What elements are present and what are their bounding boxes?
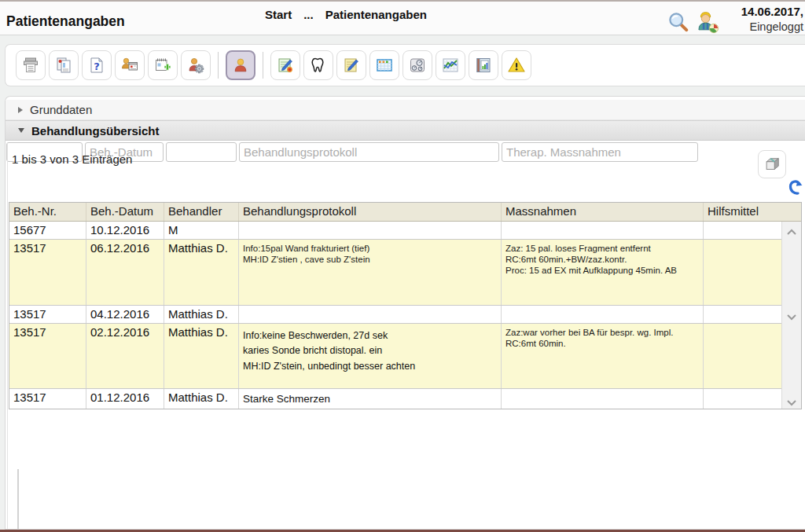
breadcrumb-ellipsis[interactable]: ... (303, 8, 314, 21)
cell-beh-nr: 13517 (9, 306, 86, 323)
cell-beh-nr: 15677 (9, 222, 86, 239)
cell-beh-nr: 13517 (9, 240, 86, 305)
content-panel: Grunddaten Behandlungsübersicht 1 bis 3 … (5, 96, 805, 530)
warnings-button[interactable] (502, 50, 531, 80)
table-header-row: Beh.-Nr. Beh.-Datum Behandler Behandlung… (9, 203, 801, 222)
protocol-edit-icon (276, 55, 295, 75)
tooth-icon (309, 55, 328, 75)
protocol-edit-button[interactable] (270, 50, 300, 80)
column-header-beh-nr[interactable]: Beh.-Nr. (9, 203, 86, 221)
tooth-status-button[interactable] (303, 50, 333, 80)
scroll-down-icon[interactable] (786, 310, 797, 318)
report-icon (474, 55, 493, 75)
cell-protokoll: Starke Schmerzen (239, 389, 502, 409)
table-row[interactable]: 13517 01.12.2016 Matthias D. Starke Schm… (9, 389, 781, 409)
cell-behandler: Matthias D. (164, 240, 239, 305)
cell-behandler: Matthias D. (164, 389, 239, 409)
table-row[interactable]: 15677 10.12.2016 M (9, 222, 781, 240)
cell-behandler: Matthias D. (164, 306, 239, 323)
filter-behandler-input[interactable] (166, 142, 237, 162)
breadcrumb-start[interactable]: Start (265, 8, 292, 21)
current-date: 14.06.2017, (670, 5, 803, 20)
section-left-border (17, 469, 19, 529)
svg-text:?: ? (94, 61, 100, 72)
column-header-protokoll[interactable]: Behandlungsprotokoll (239, 203, 502, 221)
patient-settings-button[interactable] (181, 50, 211, 80)
column-header-massnahmen[interactable]: Massnahmen (502, 203, 704, 221)
scroll-down-icon[interactable] (786, 396, 797, 404)
gauges-button[interactable] (402, 50, 432, 80)
export-button[interactable] (758, 150, 786, 178)
cell-beh-datum: 04.12.2016 (86, 306, 164, 323)
table-row[interactable]: 13517 02.12.2016 Matthias D. Info:keine … (9, 324, 781, 389)
section-behandlungsuebersicht[interactable]: Behandlungsübersicht (6, 120, 805, 141)
patient-icon (232, 55, 249, 75)
cell-protokoll: Info:keine Beschwerden, 27d sek karies S… (239, 324, 502, 388)
breadcrumb-current: Patientenangaben (325, 8, 427, 21)
cell-hilfsmittel (704, 222, 781, 239)
section-behandlungsuebersicht-label: Behandlungsübersicht (31, 124, 160, 138)
chart-button[interactable] (436, 50, 465, 80)
entries-count: 1 bis 3 von 3 Einträgen (12, 152, 132, 166)
print-button[interactable] (16, 50, 46, 80)
treatments-table: Beh.-Nr. Beh.-Datum Behandler Behandlung… (9, 202, 802, 409)
schedule-grid-button[interactable] (369, 50, 399, 80)
patient-appointment-button[interactable] (115, 50, 145, 80)
page-title: Patientenangaben (6, 13, 125, 30)
plan-grid-icon (375, 55, 394, 75)
cell-massnahmen (502, 389, 704, 409)
filter-massnahmen-input[interactable] (502, 142, 698, 162)
filter-protokoll-input[interactable] (239, 142, 499, 162)
print-icon (21, 55, 40, 75)
calendar-add-icon (153, 55, 172, 75)
section-grunddaten[interactable]: Grunddaten (6, 100, 805, 120)
cell-massnahmen: Zaz:war vorher bei BA für bespr. wg. Imp… (502, 324, 704, 388)
header-bar: Patientenangaben Start ... Patientenanga… (0, 2, 805, 35)
cell-beh-datum: 10.12.2016 (86, 222, 164, 239)
report-button[interactable] (469, 50, 498, 80)
cell-beh-nr: 13517 (9, 324, 86, 388)
export-box-icon (763, 154, 781, 174)
notes-icon (342, 55, 361, 75)
document-copy-icon (54, 55, 73, 75)
table-scrollbar[interactable] (781, 222, 801, 409)
cell-beh-datum: 01.12.2016 (86, 389, 164, 409)
toolbar: ? (5, 44, 805, 86)
login-status: Eingeloggt (670, 20, 803, 34)
cell-hilfsmittel (704, 306, 781, 323)
table-row[interactable]: 13517 06.12.2016 Matthias D. Info:15pal … (9, 240, 781, 306)
scroll-up-icon[interactable] (786, 225, 797, 233)
cell-massnahmen (502, 306, 704, 323)
cell-behandler: M (164, 222, 239, 239)
cell-protokoll (239, 222, 502, 239)
cell-massnahmen (502, 222, 704, 239)
new-appointment-button[interactable] (148, 50, 178, 80)
warning-icon (507, 55, 526, 75)
cell-massnahmen: Zaz: 15 pal. loses Fragment entfernt RC:… (502, 240, 704, 305)
patient-calendar-icon (120, 55, 139, 75)
app-window: { "header": { "title": "Patientenangaben… (0, 0, 805, 532)
table-row[interactable]: 13517 04.12.2016 Matthias D. (9, 306, 781, 324)
toolbar-separator (263, 52, 263, 79)
collapse-arrow-icon (18, 107, 23, 113)
patient-data-button[interactable] (226, 50, 255, 80)
document-question-button[interactable]: ? (82, 50, 112, 80)
cell-protokoll: Info:15pal Wand frakturiert (tief) MH:ID… (239, 240, 502, 305)
chart-icon (441, 55, 460, 75)
column-header-behandler[interactable]: Behandler (164, 203, 239, 221)
gauges-icon (408, 55, 427, 75)
refresh-icon[interactable] (786, 178, 803, 197)
toolbar-separator (218, 52, 219, 79)
document-question-icon: ? (87, 55, 106, 75)
document-copy-button[interactable] (49, 50, 79, 80)
cell-beh-datum: 02.12.2016 (86, 324, 164, 388)
notes-button[interactable] (336, 50, 366, 80)
column-header-beh-datum[interactable]: Beh.-Datum (86, 203, 164, 221)
session-info: 14.06.2017, Eingeloggt (670, 5, 803, 34)
column-header-hilfsmittel[interactable]: Hilfsmittel (704, 203, 801, 221)
cell-protokoll (239, 306, 502, 323)
cell-beh-datum: 06.12.2016 (86, 240, 164, 305)
table-body: 15677 10.12.2016 M 13517 06.12.2016 Matt… (9, 222, 781, 409)
breadcrumb: Start ... Patientenangaben (265, 8, 427, 21)
behandlungsuebersicht-body: 1 bis 3 von 3 Einträgen Beh.- (6, 142, 805, 529)
